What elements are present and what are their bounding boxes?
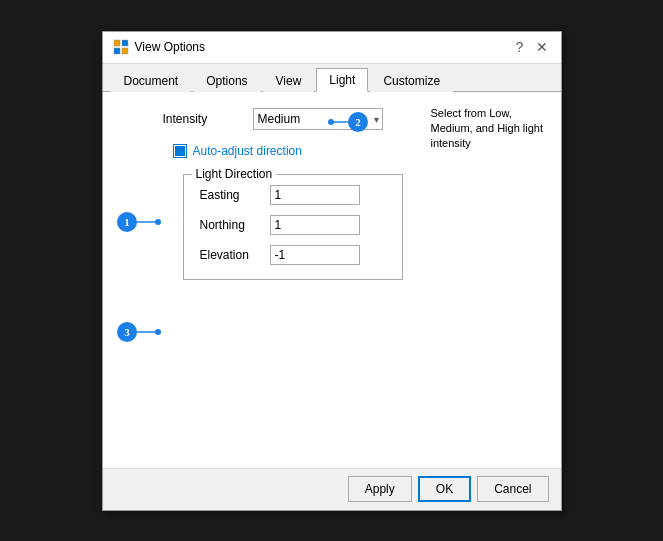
- svg-text:1: 1: [124, 216, 130, 228]
- svg-point-4: [117, 212, 137, 232]
- easting-input[interactable]: [270, 185, 360, 205]
- tab-light[interactable]: Light: [316, 68, 368, 92]
- svg-point-7: [155, 219, 161, 225]
- intensity-select[interactable]: Low Medium High: [253, 108, 383, 130]
- callout2-text: Select from Low, Medium, and High light …: [431, 107, 544, 150]
- auto-adjust-checkbox[interactable]: [173, 144, 187, 158]
- group-legend: Light Direction: [192, 167, 277, 181]
- app-icon: [113, 39, 129, 55]
- close-button[interactable]: ✕: [533, 38, 551, 56]
- tab-customize[interactable]: Customize: [370, 69, 453, 92]
- callout2-text-box: Select from Low, Medium, and High light …: [431, 106, 551, 152]
- tab-view[interactable]: View: [263, 69, 315, 92]
- light-direction-group: Light Direction Easting Northing Elevati…: [183, 174, 403, 280]
- auto-adjust-label[interactable]: Auto-adjust direction: [193, 144, 302, 158]
- checkbox-check: [175, 146, 185, 156]
- title-buttons: ? ✕: [511, 38, 551, 56]
- apply-button[interactable]: Apply: [348, 476, 412, 502]
- tab-options[interactable]: Options: [193, 69, 260, 92]
- northing-input[interactable]: [270, 215, 360, 235]
- svg-point-15: [155, 329, 161, 335]
- svg-rect-1: [122, 40, 128, 46]
- tab-bar: Document Options View Light Customize: [103, 64, 561, 92]
- northing-row: Northing: [200, 215, 386, 235]
- elevation-input[interactable]: [270, 245, 360, 265]
- dialog-title: View Options: [135, 40, 205, 54]
- elevation-label: Elevation: [200, 248, 270, 262]
- callout2-container: Select from Low, Medium, and High light …: [431, 106, 551, 152]
- intensity-label: Intensity: [163, 112, 253, 126]
- svg-point-12: [117, 322, 137, 342]
- content-area: Intensity Low Medium High ▾ Auto-adjust …: [103, 92, 561, 468]
- northing-label: Northing: [200, 218, 270, 232]
- help-button[interactable]: ?: [511, 38, 529, 56]
- svg-rect-0: [114, 40, 120, 46]
- title-bar: View Options ? ✕: [103, 32, 561, 64]
- intensity-select-wrapper: Low Medium High ▾: [253, 108, 383, 130]
- tab-document[interactable]: Document: [111, 69, 192, 92]
- easting-row: Easting: [200, 185, 386, 205]
- footer: Apply OK Cancel: [103, 468, 561, 510]
- svg-rect-2: [114, 48, 120, 54]
- elevation-row: Elevation: [200, 245, 386, 265]
- view-options-dialog: View Options ? ✕ Document Options View L…: [102, 31, 562, 511]
- cancel-button[interactable]: Cancel: [477, 476, 548, 502]
- ok-button[interactable]: OK: [418, 476, 471, 502]
- svg-text:3: 3: [124, 326, 130, 338]
- easting-label: Easting: [200, 188, 270, 202]
- svg-rect-3: [122, 48, 128, 54]
